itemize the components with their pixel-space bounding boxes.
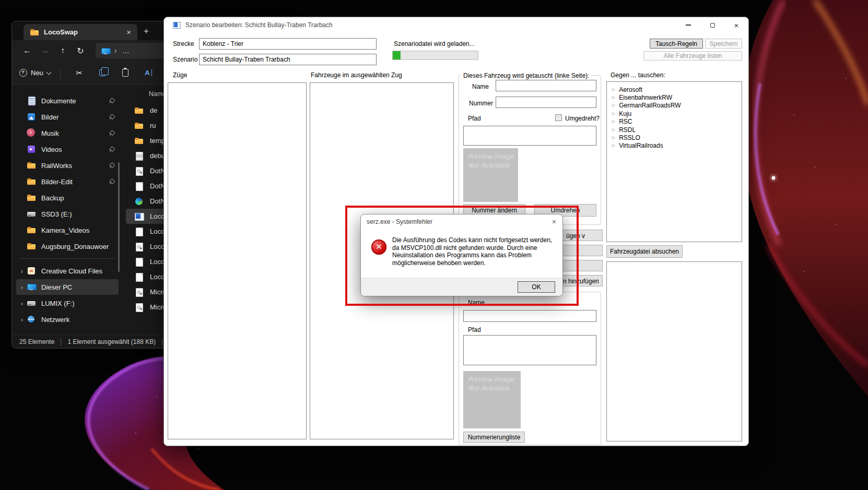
tree-item-label: Kuju: [619, 110, 631, 117]
name-input[interactable]: [496, 80, 596, 91]
strecke-input[interactable]: [199, 38, 377, 50]
tree-item-label: Aerosoft: [619, 86, 642, 93]
back-button[interactable]: ←: [18, 46, 36, 55]
error-icon: [371, 240, 386, 255]
refresh-button[interactable]: ↻: [72, 46, 89, 56]
dialog-title: serz.exe - Systemfehler: [367, 218, 432, 225]
loading-progress-bar: [392, 51, 478, 60]
sidebar-item-icon: [27, 282, 36, 292]
sidebar-item-label: SSD3 (E:): [41, 210, 109, 218]
sidebar-item-icon: [27, 112, 36, 122]
sidebar-item-icon: [27, 315, 36, 324]
sidebar-item[interactable]: › Bilder-Edit: [16, 174, 119, 189]
toolbar-divider: [60, 67, 61, 79]
name2-label: Name: [468, 299, 485, 306]
sidebar-item[interactable]: › Dieser PC: [16, 279, 119, 295]
status-divider: [162, 338, 162, 345]
fahrzeugdatei-absuchen-button[interactable]: Fahrzeugdatei absuchen: [606, 245, 683, 258]
chevron-right-icon[interactable]: ›: [17, 316, 27, 324]
expand-triangle-icon[interactable]: ▷: [612, 112, 615, 116]
file-name: ru: [150, 122, 156, 129]
file-name: temp: [150, 137, 165, 145]
file-icon: [134, 303, 144, 312]
sidebar-item-icon: [27, 128, 36, 138]
dialog-titlebar[interactable]: serz.exe - Systemfehler: [361, 214, 562, 229]
expand-triangle-icon[interactable]: ▷: [612, 136, 615, 140]
up-button[interactable]: ↑: [54, 46, 72, 55]
tree-item[interactable]: ▷ RSC: [612, 118, 681, 126]
sidebar-item[interactable]: › Kamera_Videos: [16, 222, 119, 238]
sidebar-item-label: Dokumente: [41, 97, 109, 105]
cut-icon[interactable]: ✂: [68, 68, 91, 78]
sidebar-item-label: Creative Cloud Files: [41, 267, 109, 275]
tree-item[interactable]: ▷ EisenbahnwerkRW: [612, 93, 681, 101]
sidebar-item[interactable]: › RailWorks: [16, 158, 119, 173]
sidebar-item[interactable]: › Musik: [16, 125, 119, 141]
app-titlebar[interactable]: Szenario bearbeiten: Schicht Bullay-Trab…: [164, 17, 748, 33]
rename-icon[interactable]: A: [137, 69, 160, 76]
forward-button[interactable]: →: [36, 46, 54, 55]
name2-input[interactable]: [463, 310, 596, 322]
copy-icon[interactable]: [91, 69, 114, 76]
tree-item[interactable]: ▷ RSDL: [612, 126, 681, 134]
tree-item[interactable]: ▷ RSSLO: [612, 134, 681, 141]
sidebar-item[interactable]: › LUMIX (F:): [16, 295, 119, 311]
tree-item[interactable]: ▷ Kuju: [612, 110, 681, 117]
tab-close-icon[interactable]: ×: [124, 28, 133, 36]
sidebar-item-icon: [27, 225, 36, 235]
chevron-right-icon[interactable]: ›: [17, 283, 27, 291]
pfad-textarea[interactable]: [463, 126, 596, 146]
alle-fahrzeuge-listen-button[interactable]: Alle Fahrzeuge listen: [643, 51, 742, 61]
loading-label: Szenariodatei wird geladen...: [394, 40, 475, 47]
paste-icon[interactable]: [114, 69, 137, 77]
szenario-input[interactable]: [199, 54, 377, 65]
sidebar-item[interactable]: › SSD3 (E:): [16, 206, 119, 222]
maximize-button[interactable]: [700, 17, 724, 33]
expand-triangle-icon[interactable]: ▷: [612, 144, 615, 148]
speichern-button[interactable]: Speichern: [705, 39, 742, 49]
new-tab-button[interactable]: +: [144, 27, 149, 35]
explorer-tab[interactable]: LocoSwap ×: [24, 24, 137, 40]
tree-item[interactable]: ▷ Aerosoft: [612, 86, 681, 93]
expand-triangle-icon[interactable]: ▷: [612, 103, 615, 107]
sidebar-item-icon: [27, 161, 36, 170]
breadcrumb-overflow-icon[interactable]: …: [122, 46, 130, 55]
sidebar-item[interactable]: › Backup: [16, 190, 119, 206]
new-button[interactable]: Neu: [19, 69, 51, 77]
zuege-listbox[interactable]: [168, 82, 307, 439]
tree-item[interactable]: ▷ GermanRailRoadsRW: [612, 102, 681, 110]
sidebar-item[interactable]: › Augsburg_Donauwoerth: [16, 238, 119, 254]
sidebar-item[interactable]: › Netzwerk: [16, 312, 119, 327]
close-button[interactable]: ×: [724, 17, 748, 33]
pfad2-textarea[interactable]: [463, 335, 596, 365]
sidebar-item-label: Netzwerk: [41, 316, 109, 324]
nummerierungliste-button[interactable]: Nummerierungliste: [463, 432, 525, 443]
sidebar-scrollbar[interactable]: [118, 162, 120, 272]
ok-button[interactable]: OK: [518, 281, 555, 293]
sidebar-item[interactable]: › Bilder: [16, 109, 119, 125]
sidebar-item-icon: [27, 193, 36, 202]
sidebar-item-icon: [27, 145, 36, 154]
sidebar-item-icon: [27, 298, 36, 308]
expand-triangle-icon[interactable]: ▷: [612, 119, 615, 124]
umgedreht-label: Umgedreht?: [565, 115, 600, 122]
expand-triangle-icon[interactable]: ▷: [612, 88, 615, 92]
preview-image-placeholder: Preview Image Not Available: [463, 148, 518, 202]
expand-triangle-icon[interactable]: ▷: [612, 128, 615, 132]
sidebar-item[interactable]: › Videos: [16, 141, 119, 157]
umgedreht-checkbox[interactable]: [555, 114, 562, 121]
progress-fill: [393, 51, 401, 59]
minimize-button[interactable]: [676, 17, 700, 33]
tausch-regeln-button[interactable]: Tausch-Regeln: [650, 39, 703, 49]
result-listbox[interactable]: [606, 261, 742, 441]
sidebar-item[interactable]: › Dokumente: [16, 93, 119, 109]
file-icon: [134, 227, 144, 236]
tree-item[interactable]: ▷ VirtualRailroads: [612, 142, 681, 150]
dialog-close-icon[interactable]: ×: [552, 218, 556, 225]
pin-icon: [108, 129, 115, 137]
expand-triangle-icon[interactable]: ▷: [612, 95, 615, 100]
chevron-right-icon[interactable]: ›: [17, 267, 27, 275]
chevron-right-icon[interactable]: ›: [17, 300, 27, 307]
sidebar-item[interactable]: › Creative Cloud Files: [16, 263, 119, 279]
nummer-input[interactable]: [496, 97, 596, 108]
